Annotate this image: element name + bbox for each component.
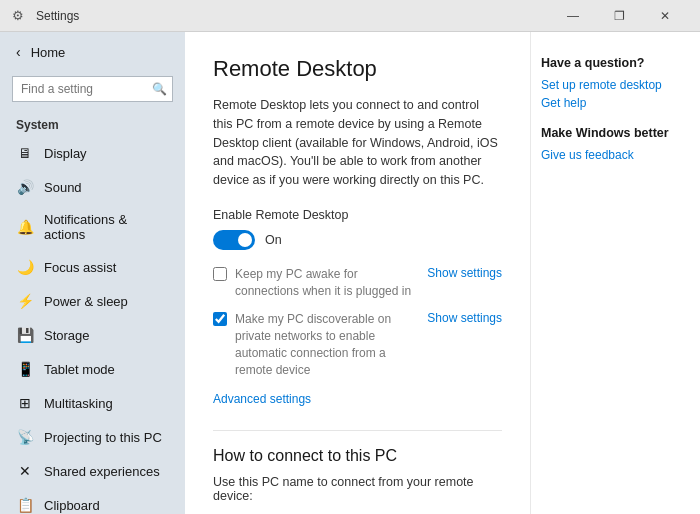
shared-icon: ✕ [16, 462, 34, 480]
sidebar-item-label: Multitasking [44, 396, 113, 411]
toggle-row: On [213, 230, 502, 250]
notifications-icon: 🔔 [16, 218, 34, 236]
search-box[interactable]: 🔍 [12, 76, 173, 102]
sidebar-item-shared[interactable]: ✕ Shared experiences [0, 454, 185, 488]
how-to-title: How to connect to this PC [213, 447, 502, 465]
back-arrow-icon: ‹ [16, 44, 21, 60]
sidebar-back-label: Home [31, 45, 66, 60]
sidebar-item-focus[interactable]: 🌙 Focus assist [0, 250, 185, 284]
projecting-icon: 📡 [16, 428, 34, 446]
sidebar-item-tablet[interactable]: 📱 Tablet mode [0, 352, 185, 386]
sidebar-item-storage[interactable]: 💾 Storage [0, 318, 185, 352]
page-title: Remote Desktop [213, 56, 502, 82]
feedback-link[interactable]: Give us feedback [541, 148, 686, 162]
sidebar-item-label: Power & sleep [44, 294, 128, 309]
sidebar-item-label: Sound [44, 180, 82, 195]
sidebar-item-display[interactable]: 🖥 Display [0, 136, 185, 170]
feedback-section: Make Windows better Give us feedback [541, 126, 686, 162]
power-icon: ⚡ [16, 292, 34, 310]
minimize-button[interactable]: — [550, 0, 596, 32]
sidebar-item-label: Focus assist [44, 260, 116, 275]
window-controls: — ❐ ✕ [550, 0, 688, 32]
sidebar-item-label: Shared experiences [44, 464, 160, 479]
sidebar-item-label: Projecting to this PC [44, 430, 162, 445]
sidebar: ‹ Home 🔍 System 🖥 Display 🔊 Sound 🔔 Noti… [0, 32, 185, 514]
title-bar: ⚙ Settings — ❐ ✕ [0, 0, 700, 32]
sidebar-item-label: Notifications & actions [44, 212, 169, 242]
keep-awake-label: Keep my PC awake for connections when it… [235, 266, 415, 300]
right-panel: Have a question? Set up remote desktop G… [530, 32, 700, 514]
focus-icon: 🌙 [16, 258, 34, 276]
feedback-title: Make Windows better [541, 126, 686, 140]
enable-label: Enable Remote Desktop [213, 208, 502, 222]
question-title: Have a question? [541, 56, 686, 70]
sidebar-section-label: System [0, 110, 185, 136]
search-icon: 🔍 [152, 82, 167, 96]
sidebar-item-multitasking[interactable]: ⊞ Multitasking [0, 386, 185, 420]
get-help-link[interactable]: Get help [541, 96, 686, 110]
sidebar-back-button[interactable]: ‹ Home [0, 32, 185, 72]
clipboard-icon: 📋 [16, 496, 34, 514]
divider-1 [213, 430, 502, 431]
connect-desc: Use this PC name to connect from your re… [213, 475, 502, 503]
show-settings-link-1[interactable]: Show settings [427, 266, 502, 280]
keep-awake-checkbox[interactable] [213, 267, 227, 281]
multitasking-icon: ⊞ [16, 394, 34, 412]
remote-desktop-toggle[interactable] [213, 230, 255, 250]
maximize-button[interactable]: ❐ [596, 0, 642, 32]
advanced-settings-link[interactable]: Advanced settings [213, 392, 311, 406]
app-container: ‹ Home 🔍 System 🖥 Display 🔊 Sound 🔔 Noti… [0, 32, 700, 514]
search-input[interactable] [12, 76, 173, 102]
sidebar-item-power[interactable]: ⚡ Power & sleep [0, 284, 185, 318]
checkbox-row-2: Make my PC discoverable on private netwo… [213, 311, 502, 378]
sidebar-item-projecting[interactable]: 📡 Projecting to this PC [0, 420, 185, 454]
page-description: Remote Desktop lets you connect to and c… [213, 96, 502, 190]
sidebar-item-sound[interactable]: 🔊 Sound [0, 170, 185, 204]
settings-icon: ⚙ [12, 8, 28, 24]
title-bar-title: Settings [36, 9, 550, 23]
sidebar-item-label: Display [44, 146, 87, 161]
tablet-icon: 📱 [16, 360, 34, 378]
sound-icon: 🔊 [16, 178, 34, 196]
sidebar-item-label: Storage [44, 328, 90, 343]
checkbox-wrapper-1: Keep my PC awake for connections when it… [213, 266, 415, 300]
checkbox-row-1: Keep my PC awake for connections when it… [213, 266, 502, 300]
checkbox-wrapper-2: Make my PC discoverable on private netwo… [213, 311, 415, 378]
discoverable-label: Make my PC discoverable on private netwo… [235, 311, 415, 378]
toggle-state-label: On [265, 233, 282, 247]
sidebar-item-label: Tablet mode [44, 362, 115, 377]
discoverable-checkbox[interactable] [213, 312, 227, 326]
setup-remote-link[interactable]: Set up remote desktop [541, 78, 686, 92]
close-button[interactable]: ✕ [642, 0, 688, 32]
main-content: Remote Desktop Remote Desktop lets you c… [185, 32, 530, 514]
sidebar-item-clipboard[interactable]: 📋 Clipboard [0, 488, 185, 514]
show-settings-link-2[interactable]: Show settings [427, 311, 502, 325]
sidebar-item-label: Clipboard [44, 498, 100, 513]
sidebar-item-notifications[interactable]: 🔔 Notifications & actions [0, 204, 185, 250]
display-icon: 🖥 [16, 144, 34, 162]
storage-icon: 💾 [16, 326, 34, 344]
